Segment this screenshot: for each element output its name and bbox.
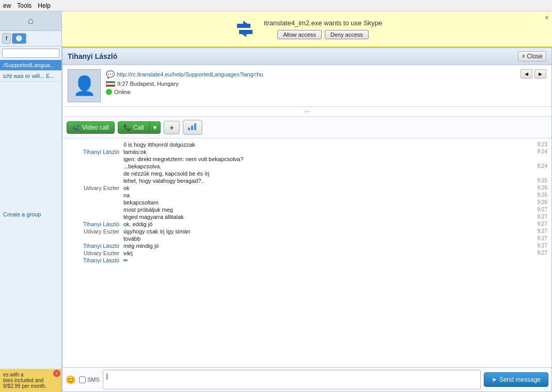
message-time: 9:26 [529,192,547,198]
message-time: 9:26 [529,185,547,191]
sidebar-ad-close-button[interactable]: × [53,370,60,377]
input-area: 😊 SMS | ➤ Send message [62,367,551,391]
message-sender [67,207,123,213]
sidebar-ad: × es with a tries included and 9/$2.99 p… [0,369,61,392]
message-sender: Tihanyi László [67,149,123,155]
profile-nav-forward-button[interactable]: ► [534,69,546,79]
allow-access-button[interactable]: Allow access [277,30,322,39]
message-sender [67,178,123,184]
sms-checkbox-input[interactable] [79,377,86,383]
sidebar-list-item-1[interactable]: icht was er will... E... [0,71,61,82]
call-button-group: 📞 Call ▼ [118,121,161,134]
chat-close-button[interactable]: × Close [518,51,546,61]
message-row: bekapcsoltam9:26 [67,199,547,206]
hungary-flag-icon [106,81,115,87]
message-sender [67,142,123,148]
profile-nav: ◄ ► [521,69,546,79]
chat-window: Tihanyi László × Close 👤 💬 http://rc.itr… [62,48,552,392]
menu-item-help[interactable]: Help [38,2,51,9]
message-input[interactable]: | [103,370,481,389]
message-text: tovább [123,236,529,242]
message-sender: Udvary Eszter [67,228,123,234]
message-time [529,156,547,162]
video-icon: 📹 [72,124,80,131]
call-label: Call [133,124,144,131]
video-call-button[interactable]: 📹 Video call [67,121,115,134]
message-sender: Tihanyi László [67,243,123,249]
message-row: Udvary Eszterok9:26 [67,185,547,191]
message-text: igen: direkt megnéztem: nem volt bekapcs… [123,156,529,162]
message-sender [67,214,123,220]
create-group-link[interactable]: Create a group [0,209,61,219]
chart-button[interactable] [183,120,202,135]
chart-icon [187,122,198,131]
message-row: Tihanyi Lászlóok, eddig jó9:27 [67,221,547,227]
send-message-button[interactable]: ➤ Send message [484,372,548,387]
message-row: téged magyarra állitalak9:27 [67,214,547,220]
sidebar-list: /SupportedLangua... icht was er will... … [0,60,61,209]
message-sender: Udvary Eszter [67,250,123,256]
profile-location: 9:27 Budapest, Hungary [106,81,515,87]
video-call-label: Video call [82,124,109,131]
notification-arrows [232,19,258,39]
notification-close-button[interactable]: × [545,13,549,22]
message-text: még mindig jó [123,243,529,249]
chat-header: Tihanyi László × Close [62,48,551,65]
message-time: 9:27 [529,228,547,234]
home-icon: ⌂ [28,15,34,26]
sms-label: SMS [87,377,100,383]
close-x-icon: × [522,53,525,60]
menu-item-ew[interactable]: ew [3,2,11,9]
message-text: várj [123,250,529,256]
deny-access-button[interactable]: Deny access [325,30,369,39]
sidebar-home[interactable]: ⌂ [0,11,61,31]
notification-title: itranslate4_im2.exe wants to use Skype [264,19,382,27]
message-text: bekapcsoltam [123,199,529,206]
message-time: 9:27 [529,221,547,227]
message-row: igen: direkt megnéztem: nem volt bekapcs… [67,156,547,162]
message-row: na9:26 [67,192,547,198]
message-time: 9:27 [529,214,547,220]
send-icon: ➤ [492,376,497,383]
message-sender: Tihanyi László [67,257,123,264]
call-dropdown-button[interactable]: ▼ [150,121,161,134]
profile-dots: ··· [62,107,551,117]
message-row: Udvary Esztervárj9:27 [67,250,547,256]
message-time: 9:23 [529,142,547,148]
message-row: tovább9:27 [67,236,547,242]
menu-bar: ew Tools Help [0,0,552,11]
sms-checkbox[interactable]: SMS [79,377,100,383]
content-area: × itranslate4_im2.exe wants to use Skype… [62,11,552,392]
message-row: Udvary Eszterúgyhogy csak írj így simán9… [67,228,547,234]
profile-location-text: 9:27 Budapest, Hungary [117,81,179,87]
notification-content: itranslate4_im2.exe wants to use Skype A… [264,19,382,39]
message-time: 9:27 [529,207,547,213]
sidebar-ad-text: es with a tries included and 9/$2.99 per… [3,372,46,389]
message-time [529,170,547,177]
message-text: ok [123,185,529,191]
messages-area: ő is hogy itthonról dolgozzak9:23Tihanyi… [62,138,551,367]
message-time: 9:27 [529,250,547,256]
sidebar-tab-facebook[interactable]: f [2,33,11,44]
chat-title: Tihanyi László [68,52,117,60]
add-button[interactable]: + [164,121,179,134]
menu-item-tools[interactable]: Tools [17,2,31,9]
profile-nav-back-button[interactable]: ◄ [521,69,532,79]
search-input[interactable] [2,49,59,58]
sidebar-tabs: f 🕐 [0,31,61,46]
sidebar-list-item-0[interactable]: /SupportedLangua... [0,60,61,71]
sidebar-tab-recent[interactable]: 🕐 [12,33,26,44]
message-time [529,257,547,264]
message-row: most próbáljuk meg9:27 [67,207,547,213]
profile-link[interactable]: http://rc.itranslate4.eu/help/SupportedL… [117,71,263,77]
message-sender: Tihanyi László [67,221,123,227]
message-time: 9:24 [529,149,547,155]
message-row: lehet, hogy valahogy beragad?..9:25 [67,178,547,184]
svg-rect-4 [188,128,190,130]
message-row: ő is hogy itthonról dolgozzak9:23 [67,142,547,148]
emoji-button[interactable]: 😊 [66,375,76,385]
notification-banner: × itranslate4_im2.exe wants to use Skype… [62,11,552,48]
message-text: ...bekapcsolva. [123,163,529,169]
message-time: 9:24 [529,163,547,169]
call-button[interactable]: 📞 Call [118,121,150,134]
